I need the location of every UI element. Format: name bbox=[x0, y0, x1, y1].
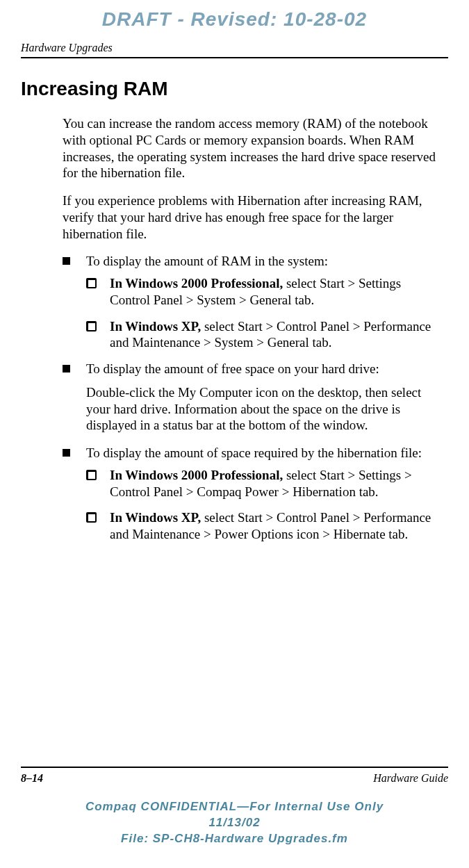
header-section-title: Hardware Upgrades bbox=[21, 42, 113, 54]
footer-page-number: 8–14 bbox=[21, 772, 43, 785]
footer-book-title: Hardware Guide bbox=[373, 772, 448, 785]
sub-item-bold: In Windows XP, bbox=[110, 319, 201, 334]
sub-item-bold: In Windows 2000 Professional, bbox=[110, 276, 283, 290]
page-content: Hardware Upgrades Increasing RAM You can… bbox=[21, 42, 448, 552]
paragraph: If you experience problems with Hibernat… bbox=[63, 193, 441, 242]
list-item-lead: To display the amount of RAM in the syst… bbox=[86, 254, 328, 268]
sub-list-item: In Windows XP, select Start > Control Pa… bbox=[86, 509, 441, 543]
body-text: You can increase the random access memor… bbox=[63, 115, 441, 543]
paragraph: You can increase the random access memor… bbox=[63, 115, 441, 181]
sub-list-item: In Windows 2000 Professional, select Sta… bbox=[86, 275, 441, 309]
list-item: To display the amount of free space on y… bbox=[63, 361, 441, 434]
sub-item-bold: In Windows XP, bbox=[110, 510, 201, 525]
confidential-date: 11/13/02 bbox=[0, 815, 469, 831]
confidential-line: Compaq CONFIDENTIAL—For Internal Use Onl… bbox=[0, 799, 469, 815]
running-header: Hardware Upgrades bbox=[21, 42, 448, 58]
confidential-notice: Compaq CONFIDENTIAL—For Internal Use Onl… bbox=[0, 799, 469, 847]
section-heading: Increasing RAM bbox=[21, 78, 448, 100]
list-item-paragraph: Double-click the My Computer icon on the… bbox=[86, 384, 441, 434]
list-item: To display the amount of space required … bbox=[63, 445, 441, 543]
sub-list: In Windows 2000 Professional, select Sta… bbox=[86, 467, 441, 543]
sub-list-item: In Windows XP, select Start > Control Pa… bbox=[86, 318, 441, 352]
sub-list-item: In Windows 2000 Professional, select Sta… bbox=[86, 467, 441, 500]
draft-watermark: DRAFT - Revised: 10-28-02 bbox=[0, 8, 469, 31]
list-item-lead: To display the amount of free space on y… bbox=[86, 361, 379, 376]
sub-item-bold: In Windows 2000 Professional, bbox=[110, 468, 283, 482]
bullet-list: To display the amount of RAM in the syst… bbox=[63, 253, 441, 543]
list-item: To display the amount of RAM in the syst… bbox=[63, 253, 441, 351]
confidential-file: File: SP-CH8-Hardware Upgrades.fm bbox=[0, 831, 469, 847]
page-footer: 8–14 Hardware Guide bbox=[21, 767, 448, 785]
sub-list: In Windows 2000 Professional, select Sta… bbox=[86, 275, 441, 351]
list-item-lead: To display the amount of space required … bbox=[86, 445, 422, 460]
